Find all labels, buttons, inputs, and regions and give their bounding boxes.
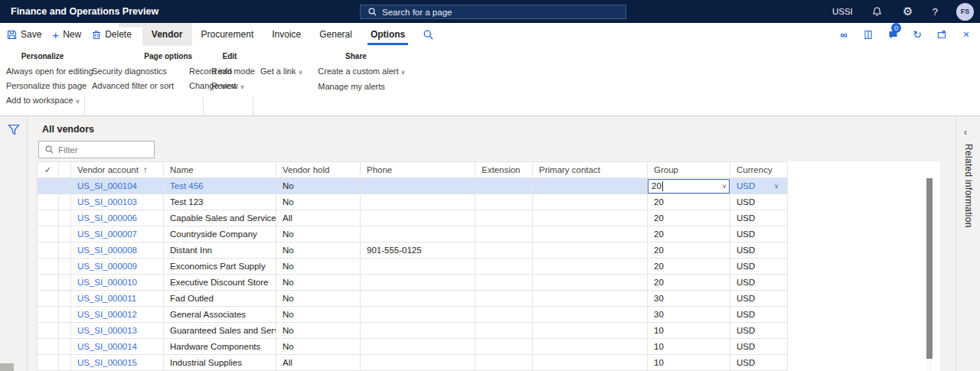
cell-phone[interactable]: [361, 323, 475, 339]
cell-primary-contact[interactable]: [533, 323, 648, 339]
column-header-currency[interactable]: Currency: [730, 162, 788, 178]
row-select-cell[interactable]: [38, 291, 59, 307]
cell-currency[interactable]: USD: [730, 275, 788, 291]
row-select-cell[interactable]: [38, 307, 59, 323]
open-in-new-window-icon[interactable]: [936, 28, 948, 41]
vendor-account-link[interactable]: US_SI_000012: [77, 310, 137, 319]
global-search-box[interactable]: Search for a page: [360, 5, 626, 19]
cell-group[interactable]: 20: [648, 275, 730, 291]
currency-lookup[interactable]: USD∨: [737, 181, 781, 190]
tab-options[interactable]: Options: [361, 23, 414, 46]
group-combobox[interactable]: 20∨: [648, 179, 730, 194]
row-select-cell[interactable]: [38, 259, 59, 275]
cell-primary-contact[interactable]: [533, 339, 648, 355]
select-all-checkmark[interactable]: ✓: [38, 162, 59, 178]
row-select-cell[interactable]: [38, 323, 59, 339]
help-icon[interactable]: ?: [933, 6, 938, 18]
cell-primary-contact[interactable]: [533, 291, 648, 307]
row-select-cell[interactable]: [38, 226, 59, 242]
cell-vendor-hold[interactable]: No: [276, 275, 361, 291]
menu-item-add-to-workspace[interactable]: Add to workspace∨: [6, 95, 93, 107]
avatar[interactable]: FS: [956, 3, 974, 21]
cell-name[interactable]: Industrial Supplies: [164, 355, 276, 371]
cell-group[interactable]: 10: [648, 339, 730, 355]
close-icon[interactable]: ×: [960, 28, 972, 41]
vertical-scrollbar[interactable]: [926, 177, 933, 371]
cell-extension[interactable]: [475, 355, 533, 371]
chevron-down-icon[interactable]: ∨: [722, 183, 727, 190]
cell-name[interactable]: Executive Discount Store: [164, 275, 276, 291]
grid-filter-input[interactable]: Filter: [38, 141, 155, 158]
cell-primary-contact[interactable]: [533, 275, 648, 291]
cell-name[interactable]: Test 456: [164, 178, 276, 194]
cell-currency[interactable]: USD∨: [730, 178, 788, 194]
cell-primary-contact[interactable]: [533, 226, 648, 242]
vendor-account-link[interactable]: US_SI_000013: [77, 326, 137, 335]
cell-vendor-hold[interactable]: No: [276, 194, 361, 210]
task-guide-icon[interactable]: [862, 28, 874, 41]
cell-primary-contact[interactable]: [533, 355, 648, 371]
cell-name[interactable]: Hardware Components: [164, 339, 276, 355]
cell-phone[interactable]: [361, 194, 475, 210]
cell-vendor-account[interactable]: US_SI_000014: [71, 339, 164, 355]
cell-primary-contact[interactable]: [533, 307, 648, 323]
messages-icon[interactable]: 0: [887, 28, 899, 41]
cell-vendor-account[interactable]: US_SI_000012: [71, 307, 164, 323]
vendor-account-link[interactable]: US_SI_000014: [77, 342, 137, 351]
vendor-account-link[interactable]: US_SI_000007: [77, 229, 137, 239]
cell-phone[interactable]: [361, 339, 475, 355]
cell-group[interactable]: 30: [648, 291, 730, 307]
cell-vendor-account[interactable]: US_SI_000011: [71, 291, 164, 307]
action-search-icon[interactable]: [423, 30, 433, 40]
cell-vendor-hold[interactable]: All: [276, 210, 361, 226]
row-select-cell[interactable]: [38, 194, 59, 210]
cell-extension[interactable]: [475, 194, 533, 210]
cell-name[interactable]: Exconomics Part Supply: [164, 259, 276, 275]
row-select-cell[interactable]: [38, 178, 59, 194]
cell-phone[interactable]: [361, 355, 475, 371]
attach-icon[interactable]: ∞: [838, 28, 850, 41]
cell-phone[interactable]: [361, 291, 475, 307]
cell-vendor-hold[interactable]: All: [276, 355, 361, 371]
cell-currency[interactable]: USD: [730, 259, 788, 275]
column-header-phone[interactable]: Phone: [361, 162, 475, 178]
vendor-account-link[interactable]: US_SI_000015: [77, 358, 137, 367]
cell-extension[interactable]: [475, 339, 533, 355]
cell-currency[interactable]: USD: [730, 307, 788, 323]
cell-name[interactable]: Test 123: [164, 194, 276, 210]
menu-item-read-mode[interactable]: Read mode: [211, 66, 255, 77]
column-header-group[interactable]: Group: [648, 162, 730, 178]
column-header-vendor-hold[interactable]: Vendor hold: [276, 162, 361, 178]
cell-primary-contact[interactable]: [533, 242, 648, 259]
column-header-name[interactable]: Name: [164, 162, 276, 178]
vendor-name-link[interactable]: Test 456: [170, 181, 203, 190]
cell-vendor-account[interactable]: US_SI_000104: [71, 178, 164, 194]
chevron-down-icon[interactable]: ∨: [774, 183, 779, 190]
menu-item-revert[interactable]: Revert: [211, 80, 255, 92]
vendor-account-link[interactable]: US_SI_000104: [77, 181, 137, 190]
menu-item-security-diagnostics[interactable]: Security diagnostics: [92, 66, 174, 77]
menu-item-get-a-link[interactable]: Get a link∨: [260, 66, 302, 78]
cell-phone[interactable]: [361, 178, 475, 194]
cell-vendor-hold[interactable]: No: [276, 259, 361, 275]
cell-name[interactable]: Distant Inn: [164, 242, 276, 259]
cell-vendor-account[interactable]: US_SI_000010: [71, 275, 164, 291]
vendor-account-link[interactable]: US_SI_000008: [77, 246, 137, 255]
cell-phone[interactable]: [361, 210, 475, 226]
cell-name[interactable]: General Associates: [164, 307, 276, 323]
cell-currency[interactable]: USD: [730, 226, 788, 242]
delete-button[interactable]: Delete: [92, 29, 132, 40]
cell-currency[interactable]: USD: [730, 242, 788, 259]
cell-vendor-hold[interactable]: No: [276, 242, 361, 259]
cell-group[interactable]: 20: [648, 226, 730, 242]
tab-vendor[interactable]: Vendor: [142, 23, 192, 46]
tab-invoice[interactable]: Invoice: [263, 23, 310, 46]
cell-vendor-account[interactable]: US_SI_000103: [71, 194, 164, 210]
vendor-account-link[interactable]: US_SI_000011: [77, 294, 136, 303]
menu-item-create-a-custom-alert[interactable]: Create a custom alert∨: [318, 66, 405, 78]
cell-group[interactable]: 10: [648, 355, 730, 371]
vendor-account-link[interactable]: US_SI_000103: [77, 197, 137, 207]
cell-vendor-account[interactable]: US_SI_000015: [71, 355, 164, 371]
row-select-cell[interactable]: [38, 275, 59, 291]
menu-item-always-open-for-editing[interactable]: Always open for editing: [6, 66, 93, 77]
